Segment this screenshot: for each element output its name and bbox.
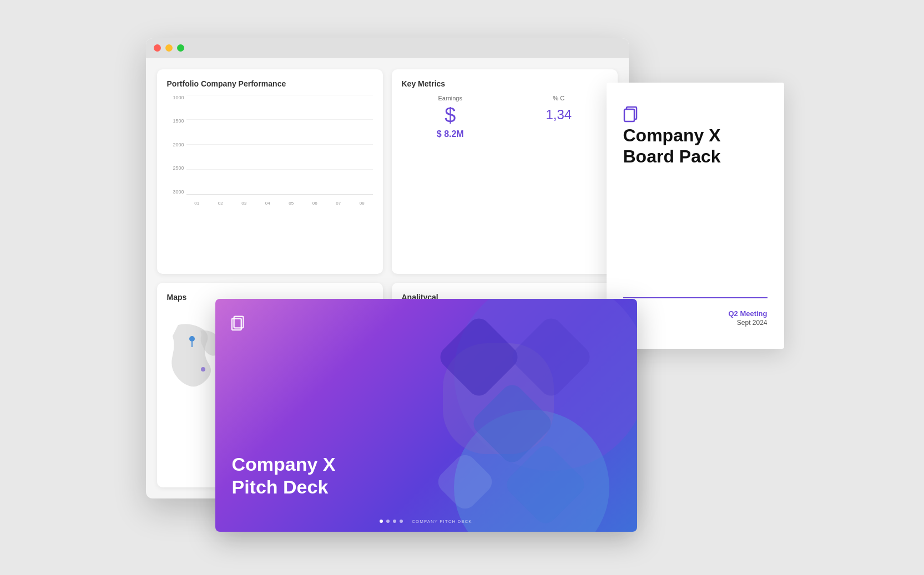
y-label-2: 1500 xyxy=(167,118,186,124)
mac-titlebar xyxy=(146,38,629,58)
board-pack-icon xyxy=(623,105,641,123)
metrics-title: Key Metrics xyxy=(402,79,608,88)
earnings-label: Earnings xyxy=(402,95,499,101)
x-label: 08 xyxy=(351,201,373,206)
pitch-deck-title: Company XPitch Deck xyxy=(232,453,336,498)
pct-value: 1,34 xyxy=(510,107,608,123)
metrics-card: Key Metrics Earnings $ $ 8.2M % C 1,34 xyxy=(392,69,618,274)
chart-area: 3000 2500 2000 1500 1000 xyxy=(167,95,373,206)
bars-container xyxy=(186,95,373,195)
dollar-icon: $ xyxy=(402,104,499,127)
x-axis-labels: 01 02 03 04 05 06 07 08 xyxy=(186,201,373,206)
footer-dot-3 xyxy=(393,520,396,523)
footer-dot-1 xyxy=(380,520,383,523)
footer-dot-2 xyxy=(386,520,390,523)
date-label: Sept 2024 xyxy=(623,319,768,327)
y-label-5: 3000 xyxy=(167,189,186,195)
svg-rect-4 xyxy=(624,109,634,121)
footer-label: COMPANY PITCH DECK xyxy=(412,519,472,524)
diamond-2 xyxy=(508,314,594,400)
minimize-button[interactable] xyxy=(165,44,173,52)
metrics-content: Earnings $ $ 8.2M % C 1,34 xyxy=(402,95,608,139)
maximize-button[interactable] xyxy=(177,44,184,52)
board-pack-content: Company XBoard Pack xyxy=(623,125,768,167)
svg-point-0 xyxy=(189,336,195,342)
pitch-deck-logo-icon xyxy=(231,314,248,334)
scene: Portfolio Company Performance 3000 2500 … xyxy=(129,38,795,537)
portfolio-title: Portfolio Company Performance xyxy=(167,79,373,88)
pitch-deck-slide: Company XPitch Deck COMPANY PITCH DECK xyxy=(215,299,637,532)
pct-label: % C xyxy=(510,95,608,101)
board-pack-top xyxy=(623,105,768,125)
x-label: 07 xyxy=(328,201,350,206)
x-label: 02 xyxy=(210,201,231,206)
meeting-label: Q2 Meeting xyxy=(623,309,768,318)
pct-metric: % C 1,34 xyxy=(510,95,608,139)
x-label: 01 xyxy=(186,201,208,206)
x-label: 05 xyxy=(281,201,302,206)
board-pack-title: Company XBoard Pack xyxy=(623,125,768,167)
earnings-metric: Earnings $ $ 8.2M xyxy=(402,95,499,139)
board-pack-footer: Q2 Meeting Sept 2024 xyxy=(623,297,768,327)
pitch-deck-text: Company XPitch Deck xyxy=(232,453,336,498)
diamond-5 xyxy=(433,450,496,513)
footer-dot-4 xyxy=(400,520,403,523)
pitch-deck-footer: COMPANY PITCH DECK xyxy=(215,519,637,524)
pitch-deck-inner: Company XPitch Deck COMPANY PITCH DECK xyxy=(215,299,637,532)
earnings-value: $ 8.2M xyxy=(402,129,499,139)
y-label-3: 2000 xyxy=(167,142,186,147)
close-button[interactable] xyxy=(154,44,161,52)
y-label-1: 1000 xyxy=(167,95,186,100)
x-label: 06 xyxy=(304,201,326,206)
diamond-shapes xyxy=(387,316,609,526)
x-label: 03 xyxy=(234,201,255,206)
x-label: 04 xyxy=(257,201,279,206)
portfolio-card: Portfolio Company Performance 3000 2500 … xyxy=(157,69,383,274)
svg-point-2 xyxy=(201,367,205,372)
y-axis-labels: 3000 2500 2000 1500 1000 xyxy=(167,95,186,195)
y-label-4: 2500 xyxy=(167,165,186,171)
